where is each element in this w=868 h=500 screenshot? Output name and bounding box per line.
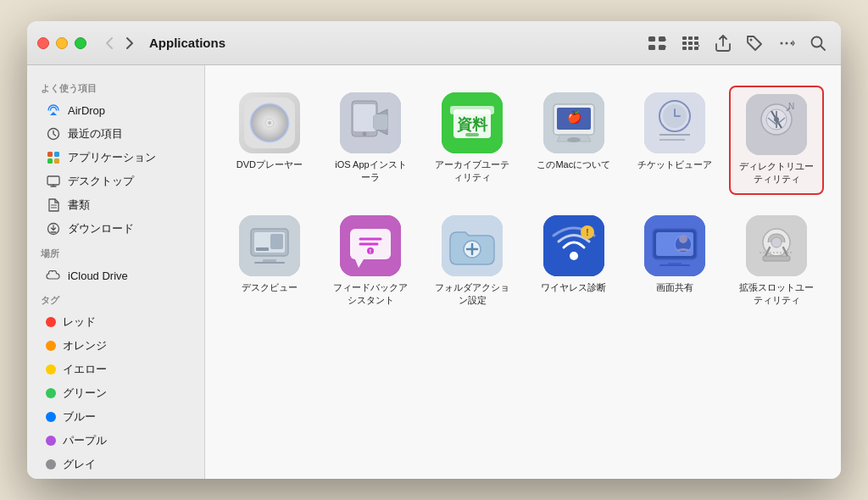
svg-text:N: N [788, 102, 794, 111]
maximize-button[interactable] [75, 37, 86, 49]
traffic-lights [37, 37, 86, 49]
gray-label: グレイ [63, 457, 96, 472]
sidebar-item-yellow[interactable]: イエロー [32, 358, 199, 381]
directory-icon: N [746, 94, 807, 155]
svg-point-14 [781, 42, 783, 44]
more-button[interactable] [773, 32, 800, 54]
file-item-folder-action[interactable]: フォルダアクション設定 [425, 208, 520, 314]
blue-label: ブルー [63, 409, 96, 425]
sidebar-item-airdrop[interactable]: AirDrop [32, 98, 199, 122]
tags-label: タグ [27, 287, 204, 310]
orange-label: オレンジ [63, 338, 107, 353]
svg-point-85 [679, 235, 687, 243]
file-item-ticket[interactable]: チケットビューア [628, 86, 723, 195]
purple-tag-dot [46, 436, 56, 446]
file-item-about[interactable]: 🍎 このMacについて [526, 86, 621, 195]
share-button[interactable] [710, 31, 736, 55]
apps-icon [46, 150, 61, 165]
purple-label: パープル [63, 433, 107, 448]
svg-point-36 [363, 132, 367, 136]
svg-rect-7 [682, 42, 687, 45]
file-item-wireless[interactable]: ! ワイヤレス診断 [526, 208, 621, 314]
sidebar-item-documents[interactable]: 書類 [32, 193, 199, 217]
about-icon: 🍎 [543, 92, 604, 153]
file-item-screen-share[interactable]: 画面共有 [628, 208, 723, 314]
file-grid: DVDプレーヤー iOS Appインストーラ [222, 86, 824, 314]
file-item-ios[interactable]: iOS Appインストーラ [324, 86, 419, 195]
icon-view-button[interactable] [643, 32, 671, 54]
minimize-button[interactable] [56, 37, 68, 49]
green-tag-dot [46, 388, 56, 398]
slot-icon [746, 215, 807, 276]
forward-button[interactable] [120, 35, 139, 52]
sidebar-item-desktop[interactable]: デスクトップ [32, 169, 199, 193]
download-icon [46, 221, 61, 236]
file-item-directory[interactable]: N ディレクトリユーティリティ [729, 86, 824, 195]
green-label: グリーン [63, 386, 107, 401]
red-label: レッド [63, 314, 96, 330]
svg-point-90 [771, 237, 782, 247]
archive-label: アーカイブユーティリティ [434, 158, 510, 185]
red-tag-dot [46, 317, 56, 327]
svg-point-16 [791, 42, 793, 44]
archive-icon: 資料 [442, 92, 503, 153]
file-item-deskview[interactable]: デスクビュー [222, 208, 317, 314]
svg-rect-11 [688, 47, 693, 50]
gray-tag-dot [46, 459, 56, 469]
svg-rect-23 [47, 176, 59, 185]
about-label: このMacについて [537, 158, 610, 171]
file-item-feedback[interactable]: ! フィードバックアシスタント [324, 208, 419, 314]
directory-label: ディレクトリユーティリティ [738, 160, 815, 186]
svg-rect-8 [688, 42, 693, 45]
file-item-slot[interactable]: 拡張スロットユーティリティ [729, 208, 824, 314]
search-button[interactable] [805, 32, 831, 54]
documents-label: 書類 [68, 197, 90, 213]
svg-rect-67 [270, 234, 283, 249]
sidebar-item-downloads[interactable]: ダウンロード [32, 217, 199, 241]
close-button[interactable] [37, 37, 49, 49]
wireless-icon: ! [543, 215, 604, 276]
svg-point-46 [567, 137, 581, 142]
svg-point-31 [268, 121, 271, 125]
blue-tag-dot [46, 412, 56, 422]
feedback-label: フィードバックアシスタント [332, 281, 409, 308]
applications-label: アプリケーション [68, 150, 156, 165]
sidebar-item-blue[interactable]: ブルー [32, 405, 199, 429]
desk-icon [239, 215, 300, 276]
screen-share-icon [644, 215, 705, 276]
orange-tag-dot [46, 341, 56, 351]
feedback-icon: ! [340, 215, 401, 276]
sidebar-item-applications[interactable]: アプリケーション [32, 146, 199, 169]
back-button[interactable] [100, 35, 119, 52]
svg-rect-21 [47, 158, 53, 164]
svg-rect-6 [694, 36, 698, 40]
svg-rect-91 [763, 256, 790, 261]
slot-label: 拡張スロットユーティリティ [738, 281, 815, 308]
svg-rect-20 [54, 152, 59, 157]
window-title: Applications [149, 36, 636, 50]
svg-text:!: ! [586, 228, 588, 237]
docs-icon [46, 197, 61, 213]
sidebar-item-recents[interactable]: 最近の項目 [32, 122, 199, 146]
ticket-label: チケットビューア [637, 158, 712, 171]
downloads-label: ダウンロード [68, 221, 134, 236]
svg-rect-4 [682, 36, 687, 40]
deskview-label: デスクビュー [242, 281, 298, 294]
file-item-archive[interactable]: 資料 アーカイブユーティリティ [425, 86, 520, 195]
svg-rect-22 [54, 158, 59, 164]
svg-point-13 [750, 38, 753, 41]
nav-buttons [100, 35, 139, 52]
file-item-dvd[interactable]: DVDプレーヤー [222, 86, 317, 195]
sidebar-item-red[interactable]: レッド [32, 310, 199, 334]
tag-button[interactable] [741, 31, 768, 55]
folder-action-icon [442, 215, 503, 276]
wireless-label: ワイヤレス診断 [541, 281, 606, 294]
sidebar-item-purple[interactable]: パープル [32, 429, 199, 453]
sidebar-item-gray[interactable]: グレイ [32, 453, 199, 476]
sidebar-item-orange[interactable]: オレンジ [32, 334, 199, 358]
sidebar-item-icloud[interactable]: iCloud Drive [32, 264, 199, 287]
sidebar-item-green[interactable]: グリーン [32, 381, 199, 405]
svg-rect-69 [254, 262, 285, 264]
svg-rect-3 [659, 45, 665, 50]
sort-view-button[interactable] [676, 32, 705, 54]
